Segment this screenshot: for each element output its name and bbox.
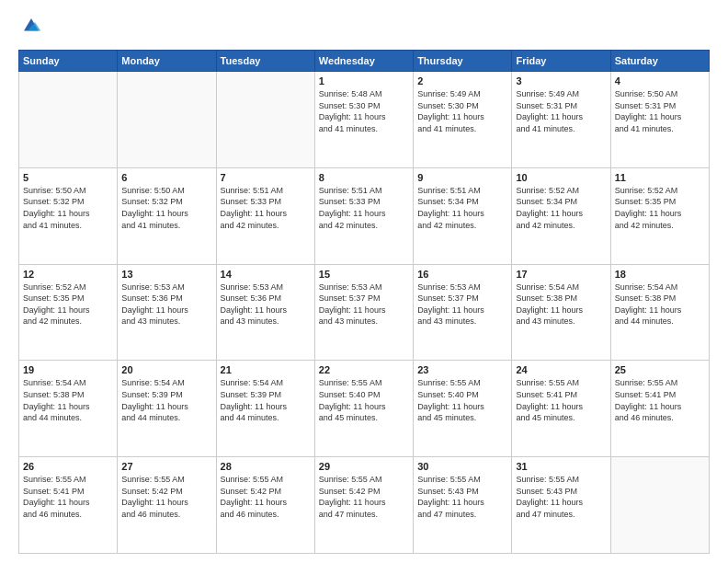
calendar-cell: 7Sunrise: 5:51 AM Sunset: 5:33 PM Daylig… (216, 167, 314, 264)
day-number: 10 (516, 172, 606, 183)
calendar-cell: 11Sunrise: 5:52 AM Sunset: 5:35 PM Dayli… (610, 167, 709, 264)
day-number: 9 (417, 172, 507, 183)
calendar-cell: 10Sunrise: 5:52 AM Sunset: 5:34 PM Dayli… (512, 167, 610, 264)
calendar-cell: 16Sunrise: 5:53 AM Sunset: 5:37 PM Dayli… (414, 264, 512, 361)
day-number: 30 (417, 461, 507, 472)
calendar-cell: 28Sunrise: 5:55 AM Sunset: 5:42 PM Dayli… (216, 457, 314, 554)
day-info: Sunrise: 5:55 AM Sunset: 5:40 PM Dayligh… (417, 377, 507, 423)
day-number: 11 (615, 172, 705, 183)
day-header-friday: Friday (512, 51, 610, 72)
calendar-cell (19, 72, 118, 168)
calendar-cell: 20Sunrise: 5:54 AM Sunset: 5:39 PM Dayli… (118, 361, 216, 457)
day-info: Sunrise: 5:53 AM Sunset: 5:37 PM Dayligh… (417, 282, 507, 327)
day-info: Sunrise: 5:55 AM Sunset: 5:42 PM Dayligh… (221, 474, 311, 520)
calendar-cell (216, 72, 314, 168)
day-info: Sunrise: 5:51 AM Sunset: 5:34 PM Dayligh… (417, 185, 507, 231)
day-info: Sunrise: 5:55 AM Sunset: 5:40 PM Dayligh… (319, 377, 409, 423)
day-info: Sunrise: 5:53 AM Sunset: 5:37 PM Dayligh… (319, 282, 409, 327)
day-info: Sunrise: 5:50 AM Sunset: 5:32 PM Dayligh… (23, 185, 113, 231)
day-header-monday: Monday (118, 51, 216, 72)
day-number: 12 (23, 269, 113, 280)
day-number: 23 (417, 364, 507, 375)
day-info: Sunrise: 5:54 AM Sunset: 5:38 PM Dayligh… (516, 282, 606, 327)
calendar-cell: 2Sunrise: 5:49 AM Sunset: 5:30 PM Daylig… (414, 72, 512, 168)
day-number: 22 (319, 364, 409, 375)
calendar-cell: 30Sunrise: 5:55 AM Sunset: 5:43 PM Dayli… (414, 457, 512, 554)
day-info: Sunrise: 5:54 AM Sunset: 5:39 PM Dayligh… (221, 377, 311, 423)
day-info: Sunrise: 5:55 AM Sunset: 5:43 PM Dayligh… (516, 474, 606, 520)
day-number: 27 (121, 461, 211, 472)
calendar-cell (118, 72, 216, 168)
day-info: Sunrise: 5:51 AM Sunset: 5:33 PM Dayligh… (319, 185, 409, 231)
calendar-cell: 14Sunrise: 5:53 AM Sunset: 5:36 PM Dayli… (216, 264, 314, 361)
day-number: 14 (221, 269, 311, 280)
day-number: 3 (516, 75, 606, 86)
calendar-cell: 23Sunrise: 5:55 AM Sunset: 5:40 PM Dayli… (414, 361, 512, 457)
day-info: Sunrise: 5:51 AM Sunset: 5:33 PM Dayligh… (221, 185, 311, 231)
day-info: Sunrise: 5:54 AM Sunset: 5:38 PM Dayligh… (615, 282, 705, 327)
calendar-cell (610, 457, 709, 554)
day-number: 18 (615, 269, 705, 280)
calendar-cell: 4Sunrise: 5:50 AM Sunset: 5:31 PM Daylig… (610, 72, 709, 168)
calendar-cell: 6Sunrise: 5:50 AM Sunset: 5:32 PM Daylig… (118, 167, 216, 264)
calendar-cell: 29Sunrise: 5:55 AM Sunset: 5:42 PM Dayli… (314, 457, 413, 554)
header (18, 15, 710, 40)
calendar-cell: 27Sunrise: 5:55 AM Sunset: 5:42 PM Dayli… (118, 457, 216, 554)
day-number: 19 (23, 364, 113, 375)
calendar-cell: 22Sunrise: 5:55 AM Sunset: 5:40 PM Dayli… (314, 361, 413, 457)
calendar-cell: 13Sunrise: 5:53 AM Sunset: 5:36 PM Dayli… (118, 264, 216, 361)
day-info: Sunrise: 5:53 AM Sunset: 5:36 PM Dayligh… (221, 282, 311, 327)
day-info: Sunrise: 5:54 AM Sunset: 5:38 PM Dayligh… (23, 377, 113, 423)
day-info: Sunrise: 5:52 AM Sunset: 5:35 PM Dayligh… (23, 282, 113, 327)
day-info: Sunrise: 5:55 AM Sunset: 5:41 PM Dayligh… (23, 474, 113, 520)
calendar-cell: 19Sunrise: 5:54 AM Sunset: 5:38 PM Dayli… (19, 361, 118, 457)
day-info: Sunrise: 5:53 AM Sunset: 5:36 PM Dayligh… (121, 282, 211, 327)
day-info: Sunrise: 5:55 AM Sunset: 5:41 PM Dayligh… (615, 377, 705, 423)
day-number: 7 (221, 172, 311, 183)
day-header-tuesday: Tuesday (216, 51, 314, 72)
day-number: 16 (417, 269, 507, 280)
day-info: Sunrise: 5:55 AM Sunset: 5:41 PM Dayligh… (516, 377, 606, 423)
day-number: 15 (319, 269, 409, 280)
day-number: 17 (516, 269, 606, 280)
calendar-cell: 1Sunrise: 5:48 AM Sunset: 5:30 PM Daylig… (314, 72, 413, 168)
day-info: Sunrise: 5:54 AM Sunset: 5:39 PM Dayligh… (121, 377, 211, 423)
week-row-0: 1Sunrise: 5:48 AM Sunset: 5:30 PM Daylig… (19, 72, 710, 168)
day-number: 29 (319, 461, 409, 472)
day-info: Sunrise: 5:52 AM Sunset: 5:35 PM Dayligh… (615, 185, 705, 231)
logo-icon (20, 15, 42, 37)
calendar-cell: 18Sunrise: 5:54 AM Sunset: 5:38 PM Dayli… (610, 264, 709, 361)
day-number: 13 (121, 269, 211, 280)
day-number: 1 (319, 75, 409, 86)
day-info: Sunrise: 5:55 AM Sunset: 5:42 PM Dayligh… (121, 474, 211, 520)
calendar-cell: 12Sunrise: 5:52 AM Sunset: 5:35 PM Dayli… (19, 264, 118, 361)
week-row-1: 5Sunrise: 5:50 AM Sunset: 5:32 PM Daylig… (19, 167, 710, 264)
calendar-cell: 26Sunrise: 5:55 AM Sunset: 5:41 PM Dayli… (19, 457, 118, 554)
day-info: Sunrise: 5:50 AM Sunset: 5:31 PM Dayligh… (615, 88, 705, 134)
week-row-3: 19Sunrise: 5:54 AM Sunset: 5:38 PM Dayli… (19, 361, 710, 457)
calendar-cell: 24Sunrise: 5:55 AM Sunset: 5:41 PM Dayli… (512, 361, 610, 457)
calendar-cell: 15Sunrise: 5:53 AM Sunset: 5:37 PM Dayli… (314, 264, 413, 361)
calendar-cell: 25Sunrise: 5:55 AM Sunset: 5:41 PM Dayli… (610, 361, 709, 457)
day-number: 6 (121, 172, 211, 183)
day-info: Sunrise: 5:55 AM Sunset: 5:42 PM Dayligh… (319, 474, 409, 520)
week-row-4: 26Sunrise: 5:55 AM Sunset: 5:41 PM Dayli… (19, 457, 710, 554)
calendar-cell: 9Sunrise: 5:51 AM Sunset: 5:34 PM Daylig… (414, 167, 512, 264)
page: SundayMondayTuesdayWednesdayThursdayFrid… (0, 0, 728, 563)
calendar-cell: 8Sunrise: 5:51 AM Sunset: 5:33 PM Daylig… (314, 167, 413, 264)
calendar-cell: 5Sunrise: 5:50 AM Sunset: 5:32 PM Daylig… (19, 167, 118, 264)
day-header-wednesday: Wednesday (314, 51, 413, 72)
calendar-cell: 31Sunrise: 5:55 AM Sunset: 5:43 PM Dayli… (512, 457, 610, 554)
day-info: Sunrise: 5:48 AM Sunset: 5:30 PM Dayligh… (319, 88, 409, 134)
day-info: Sunrise: 5:50 AM Sunset: 5:32 PM Dayligh… (121, 185, 211, 231)
day-info: Sunrise: 5:55 AM Sunset: 5:43 PM Dayligh… (417, 474, 507, 520)
day-info: Sunrise: 5:49 AM Sunset: 5:31 PM Dayligh… (516, 88, 606, 134)
day-number: 20 (121, 364, 211, 375)
calendar-table: SundayMondayTuesdayWednesdayThursdayFrid… (18, 50, 710, 554)
day-number: 21 (221, 364, 311, 375)
calendar-cell: 21Sunrise: 5:54 AM Sunset: 5:39 PM Dayli… (216, 361, 314, 457)
day-number: 5 (23, 172, 113, 183)
day-number: 28 (221, 461, 311, 472)
day-header-saturday: Saturday (610, 51, 709, 72)
calendar-cell: 17Sunrise: 5:54 AM Sunset: 5:38 PM Dayli… (512, 264, 610, 361)
